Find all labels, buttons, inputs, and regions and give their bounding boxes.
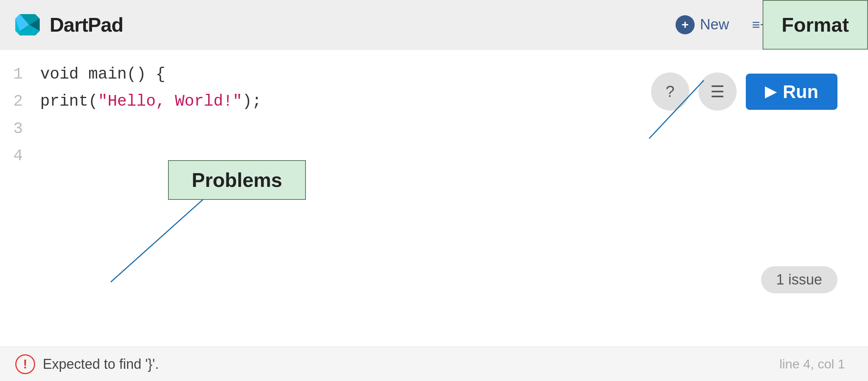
code-string-2: "Hello, World!" [98,92,242,111]
header: DartPad + New ≡+ Samples Format [0,0,868,50]
run-button[interactable]: ▶ Run [746,74,837,110]
code-line-4: 4 [8,143,868,170]
code-content-2b: ); [242,92,262,111]
status-bar: ! Expected to find '}'. line 4, col 1 [0,347,868,381]
editor-actions: ? ☰ ▶ Run [651,72,837,111]
error-icon: ! [15,354,35,374]
dart-logo-icon [15,11,43,39]
play-icon: ▶ [765,83,776,100]
new-button[interactable]: + New [676,15,729,34]
error-message: Expected to find '}'. [43,356,159,372]
code-content-1: void main() { [40,65,165,84]
help-icon: ? [666,82,674,101]
format-label: Format [782,13,849,36]
code-content-4 [40,147,50,165]
lines-button[interactable]: ☰ [698,72,737,111]
editor-area: 1 void main() { 2 print("Hello, World!")… [0,50,868,347]
format-button[interactable]: Format [763,0,868,50]
plus-icon: + [676,15,695,34]
line-number-3: 3 [8,116,31,143]
line-number-1: 1 [8,61,31,88]
logo-area: DartPad [15,11,123,39]
issue-count: 1 issue [776,272,822,288]
new-label: New [700,16,729,33]
line-number-4: 4 [8,143,31,170]
run-label: Run [783,81,818,102]
cursor-position: line 4, col 1 [779,357,845,371]
main-area: 1 void main() { 2 print("Hello, World!")… [0,50,868,381]
problems-panel: Problems [168,160,306,200]
svg-line-6 [111,196,206,282]
code-content-2a: print( [40,92,98,111]
lines-icon: ☰ [710,82,725,101]
line-number-2: 2 [8,88,31,115]
code-line-3: 3 [8,116,868,143]
logo-title: DartPad [50,13,123,36]
problems-label: Problems [192,169,282,191]
help-button[interactable]: ? [651,72,689,111]
issue-badge[interactable]: 1 issue [761,266,837,293]
code-content-3 [40,120,50,138]
